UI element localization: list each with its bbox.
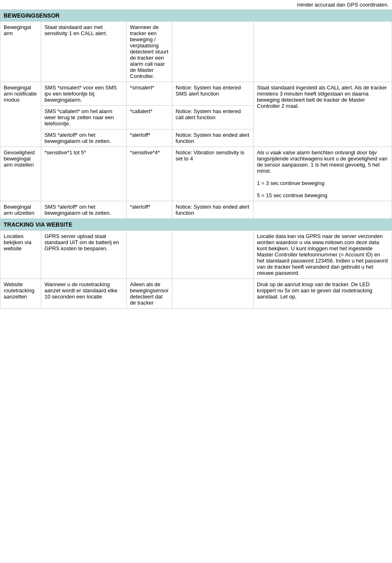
row1-col1: Bewegingal arm	[0, 22, 41, 82]
track-row1-col3	[127, 231, 172, 279]
table-row: Bewegingal arm Staat standaard aan met s…	[0, 22, 392, 82]
track-row1-col4	[172, 231, 254, 279]
section-tracking-header: TRACKING VIA WEBSITE	[0, 219, 392, 231]
track-row2-col2: Wanneer u de routetracking aanzet wordt …	[41, 279, 126, 309]
row1-col2: Staat standaard aan met sensitivity 1 en…	[41, 22, 126, 82]
row1-col4	[172, 22, 254, 82]
top-note: minder accuraat dan GPS coordinaten.	[0, 0, 392, 9]
row3-col4: Notice: System has ended alert function	[172, 129, 254, 147]
row5-col1: Bewegingal arm uitzetten	[0, 201, 41, 219]
track-row2-col3: Alleen als de bewegingsensor detecteert …	[127, 279, 172, 309]
row4-col4: Notice: Vibration sensitivity is set to …	[172, 147, 254, 201]
track-row2-col5: Druk op de aan/uit knop van de tracker. …	[254, 279, 392, 309]
track-row1-col5: Locatie data kan via GPRS naar de server…	[254, 231, 392, 279]
row2-col2a: SMS *smsalert* voor een SMS ipv een tele…	[41, 82, 126, 106]
row2-col4a: Notice: System has entered SMS alert fun…	[172, 82, 254, 106]
table-row: Gevoeligheid bewegingal arm instellen *s…	[0, 147, 392, 201]
row4-col1: Gevoeligheid bewegingal arm instellen	[0, 147, 41, 201]
track-row1-col1: Locaties bekijken via website	[0, 231, 41, 279]
row2-col3b: *callalert*	[127, 106, 172, 129]
row2-col4b: Notice: System has entered call alert fu…	[172, 106, 254, 129]
table-row: Website routetracking aanzetten Wanneer …	[0, 279, 392, 309]
row2-col1: Bewegingal arm notificatie modus	[0, 82, 41, 147]
row5-col5	[254, 201, 392, 219]
row5-col2: SMS *alertoff* om het bewegingalarm uit …	[41, 201, 126, 219]
row4-col5: Als u vaak valse alarm berichten ontvang…	[254, 147, 392, 201]
row3-col3: *alertoff*	[127, 129, 172, 147]
track-row2-col1: Website routetracking aanzetten	[0, 279, 41, 309]
track-row1-col2: GPRS server upload staat standaard UIT o…	[41, 231, 126, 279]
row5-col3: *alertoff*	[127, 201, 172, 219]
table-row: Bewegingal arm notificatie modus SMS *sm…	[0, 82, 392, 106]
row1-col5	[254, 22, 392, 82]
track-row2-col4	[172, 279, 254, 309]
table-row: Locaties bekijken via website GPRS serve…	[0, 231, 392, 279]
section-bewegingsensor-header: BEWEGINGSENSOR	[0, 10, 392, 22]
table-row: Bewegingal arm uitzetten SMS *alertoff* …	[0, 201, 392, 219]
row4-col3: *sensitive*4*	[127, 147, 172, 201]
row2-col5: Staat standaard ingesteld als CALL alert…	[254, 82, 392, 147]
row2-col2b: SMS *callalert* om het alarm weer terug …	[41, 106, 126, 129]
row4-col2: *sensitive*1 tot 5*	[41, 147, 126, 201]
row2-col3a: *smsalert*	[127, 82, 172, 106]
row1-col3: Wanneer de tracker een beweging / verpla…	[127, 22, 172, 82]
row5-col4: Notice: System has ended alert function	[172, 201, 254, 219]
row3-col2: SMS *alertoff* om het bewegingalarm uit …	[41, 129, 126, 147]
